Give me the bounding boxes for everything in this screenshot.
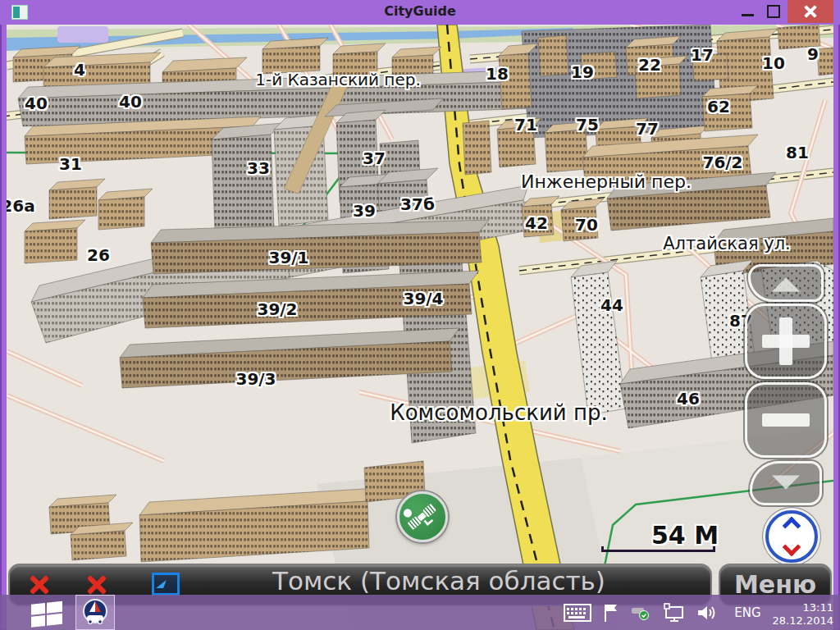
tilt-down-icon: [772, 476, 800, 490]
alert-x-icon: [29, 574, 50, 596]
start-button[interactable]: [30, 598, 66, 628]
maximize-icon: [767, 5, 780, 18]
clock[interactable]: 13:11 28.12.2014: [773, 598, 833, 628]
south-chevron-icon: [783, 538, 801, 557]
clock-time: 13:11: [773, 601, 833, 614]
system-tray: ENG 13:11 28.12.2014: [564, 595, 840, 630]
taskbar-cityguide-app[interactable]: [75, 595, 115, 630]
clock-date: 28.12.2014: [773, 614, 833, 628]
zoom-in-icon: [762, 317, 810, 365]
language-indicator[interactable]: ENG: [734, 605, 760, 620]
scale-label: 54 М: [651, 521, 719, 550]
title-bar: CityGuide: [0, 0, 840, 25]
tilt-down-button[interactable]: [750, 461, 822, 505]
location-text: Томск (Томская область): [272, 566, 605, 596]
gps-button[interactable]: [397, 491, 448, 542]
tilt-up-icon: [772, 278, 800, 292]
minimize-button[interactable]: [737, 0, 758, 23]
network-icon[interactable]: [662, 603, 685, 623]
flag-icon[interactable]: [603, 603, 619, 623]
alert-x-icon: [86, 574, 107, 596]
window-title: CityGuide: [0, 3, 840, 19]
maximize-button[interactable]: [763, 0, 784, 23]
taskbar: ENG 13:11 28.12.2014: [0, 595, 840, 630]
start-icon: [30, 598, 66, 628]
keyboard-icon[interactable]: [564, 604, 591, 622]
compass-button[interactable]: [765, 510, 818, 563]
signal-blue-icon: [152, 573, 180, 596]
tilt-up-button[interactable]: [748, 264, 824, 302]
app-window: CityGuide: [0, 0, 840, 630]
north-chevron-icon: [783, 517, 801, 536]
minimize-icon: [742, 14, 754, 16]
gps-satellite-icon: [403, 497, 442, 536]
volume-icon[interactable]: [696, 604, 718, 622]
scale-bar: [601, 550, 715, 552]
close-button[interactable]: [788, 0, 833, 23]
zoom-in-button[interactable]: [745, 304, 827, 379]
zoom-out-icon: [762, 396, 810, 444]
usb-ok-icon[interactable]: [631, 605, 651, 621]
zoom-out-button[interactable]: [745, 382, 827, 458]
close-icon: [804, 5, 817, 18]
cityguide-app-icon: [80, 597, 111, 628]
